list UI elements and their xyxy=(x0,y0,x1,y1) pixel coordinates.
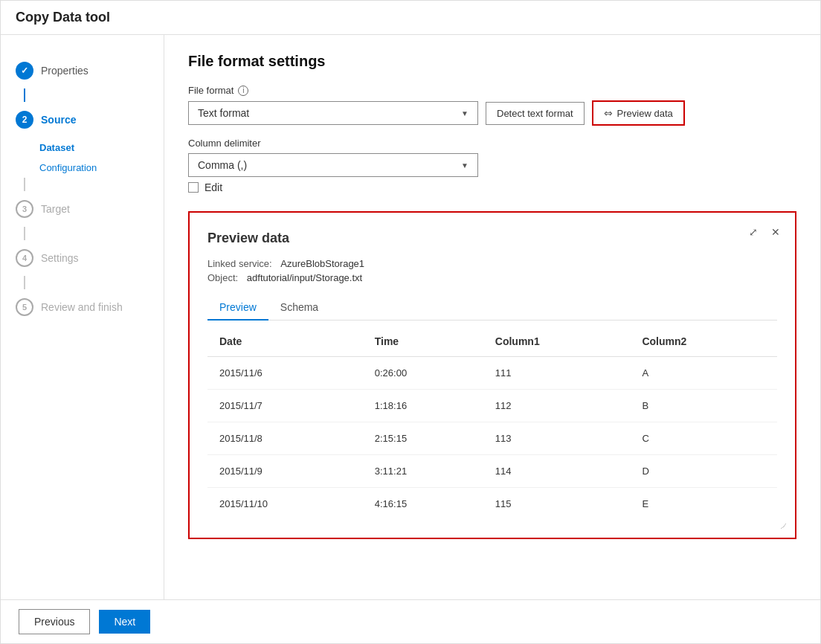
table-cell: 112 xyxy=(483,390,631,422)
table-cell: 4:16:15 xyxy=(363,488,483,521)
nav-badge-review: 5 xyxy=(16,298,33,316)
sidebar-item-configuration[interactable]: Configuration xyxy=(1,158,164,178)
next-button[interactable]: Next xyxy=(99,610,150,634)
table-row: 2015/11/82:15:15113C xyxy=(207,422,777,455)
app-container: Copy Data tool ✓ Properties 2 Source Dat… xyxy=(0,0,821,644)
col-header-date: Date xyxy=(207,326,363,357)
nav-badge-source: 2 xyxy=(16,111,33,129)
table-cell: 2015/11/8 xyxy=(207,422,363,455)
linked-service-value: AzureBlobStorage1 xyxy=(280,258,364,269)
edit-checkbox-row: Edit xyxy=(188,181,796,193)
col-header-time: Time xyxy=(363,326,483,357)
sidebar-item-dataset[interactable]: Dataset xyxy=(1,138,164,158)
table-row: 2015/11/60:26:00111A xyxy=(207,357,777,390)
right-panel: File format settings File format i Text … xyxy=(164,35,820,599)
table-cell: 113 xyxy=(483,422,631,455)
table-cell: D xyxy=(630,455,777,488)
sidebar-item-target[interactable]: 3 Target xyxy=(1,191,164,227)
sidebar-item-review[interactable]: 5 Review and finish xyxy=(1,289,164,325)
file-format-row: Text format ▼ Detect text format ⇔ Previ… xyxy=(188,100,796,126)
table-cell: 2015/11/7 xyxy=(207,390,363,422)
table-cell: 111 xyxy=(483,357,631,390)
panel-controls: ⤢ ✕ xyxy=(746,225,783,239)
col-header-column2: Column2 xyxy=(630,326,777,357)
connector-3 xyxy=(24,227,25,240)
connector-2 xyxy=(24,178,25,191)
sidebar-label-configuration: Configuration xyxy=(39,162,97,173)
sidebar-label-source: Source xyxy=(41,114,76,126)
table-row: 2015/11/93:11:21114D xyxy=(207,455,777,488)
resize-handle-icon[interactable]: ⟋ xyxy=(779,520,789,532)
edit-label: Edit xyxy=(205,181,222,193)
sidebar-label-target: Target xyxy=(41,203,70,215)
table-cell: 114 xyxy=(483,455,631,488)
preview-table: Date Time Column1 Column2 2015/11/60:26:… xyxy=(207,326,777,520)
table-row: 2015/11/104:16:15115E xyxy=(207,488,777,521)
sidebar-item-properties[interactable]: ✓ Properties xyxy=(1,53,164,88)
table-row: 2015/11/71:18:16112B xyxy=(207,390,777,422)
table-cell: A xyxy=(630,357,777,390)
table-cell: 115 xyxy=(483,488,631,521)
table-cell: B xyxy=(630,390,777,422)
preview-data-button[interactable]: ⇔ Preview data xyxy=(592,100,685,126)
table-cell: 2015/11/10 xyxy=(207,488,363,521)
app-title: Copy Data tool xyxy=(16,10,805,25)
col-header-column1: Column1 xyxy=(483,326,631,357)
preview-panel-title: Preview data xyxy=(207,231,777,246)
sidebar-label-dataset: Dataset xyxy=(39,142,74,153)
table-cell: 0:26:00 xyxy=(363,357,483,390)
table-cell: 2:15:15 xyxy=(363,422,483,455)
table-cell: 1:18:16 xyxy=(363,390,483,422)
tab-preview[interactable]: Preview xyxy=(207,295,268,321)
previous-button[interactable]: Previous xyxy=(19,609,90,634)
delimiter-dropdown-arrow-icon: ▼ xyxy=(461,161,469,170)
sidebar-item-source[interactable]: 2 Source xyxy=(1,102,164,138)
object-value: adftutorial/input/Storage.txt xyxy=(247,272,362,283)
preview-tabs: Preview Schema xyxy=(207,295,777,321)
main-content: ✓ Properties 2 Source Dataset Configurat… xyxy=(1,35,820,599)
table-cell: 3:11:21 xyxy=(363,455,483,488)
section-title: File format settings xyxy=(188,53,796,70)
file-format-dropdown[interactable]: Text format ▼ xyxy=(188,101,478,125)
detect-text-format-button[interactable]: Detect text format xyxy=(486,102,585,125)
connector-4 xyxy=(24,276,25,289)
expand-icon[interactable]: ⤢ xyxy=(746,225,761,239)
table-cell: 2015/11/6 xyxy=(207,357,363,390)
table-cell: 2015/11/9 xyxy=(207,455,363,488)
preview-panel: ⤢ ✕ Preview data Linked service: AzureBl… xyxy=(188,211,796,539)
object-label: Object: xyxy=(207,272,238,283)
edit-checkbox[interactable] xyxy=(188,182,199,193)
nav-badge-target: 3 xyxy=(16,200,33,218)
table-cell: C xyxy=(630,422,777,455)
nav-badge-settings: 4 xyxy=(16,249,33,267)
linked-service-label: Linked service: xyxy=(207,258,272,269)
close-icon[interactable]: ✕ xyxy=(768,225,783,239)
sidebar-label-properties: Properties xyxy=(41,65,88,77)
sidebar-label-review: Review and finish xyxy=(41,301,123,313)
column-delimiter-group: Column delimiter Comma (,) ▼ Edit xyxy=(188,138,796,193)
object-row: Object: adftutorial/input/Storage.txt xyxy=(207,272,777,283)
file-format-label: File format i xyxy=(188,85,796,96)
table-cell: E xyxy=(630,488,777,521)
title-bar: Copy Data tool xyxy=(1,1,820,35)
tab-schema[interactable]: Schema xyxy=(268,295,330,321)
column-delimiter-label: Column delimiter xyxy=(188,138,796,149)
sidebar-label-settings: Settings xyxy=(41,252,79,264)
linked-service-row: Linked service: AzureBlobStorage1 xyxy=(207,258,777,269)
column-delimiter-dropdown[interactable]: Comma (,) ▼ xyxy=(188,153,478,177)
sidebar: ✓ Properties 2 Source Dataset Configurat… xyxy=(1,35,164,599)
link-icon: ⇔ xyxy=(604,107,613,119)
dropdown-arrow-icon: ▼ xyxy=(461,109,469,117)
nav-badge-properties: ✓ xyxy=(16,62,33,80)
sidebar-item-settings[interactable]: 4 Settings xyxy=(1,240,164,276)
connector-1 xyxy=(24,88,25,102)
bottom-bar: Previous Next xyxy=(1,599,820,643)
info-icon[interactable]: i xyxy=(238,86,248,96)
